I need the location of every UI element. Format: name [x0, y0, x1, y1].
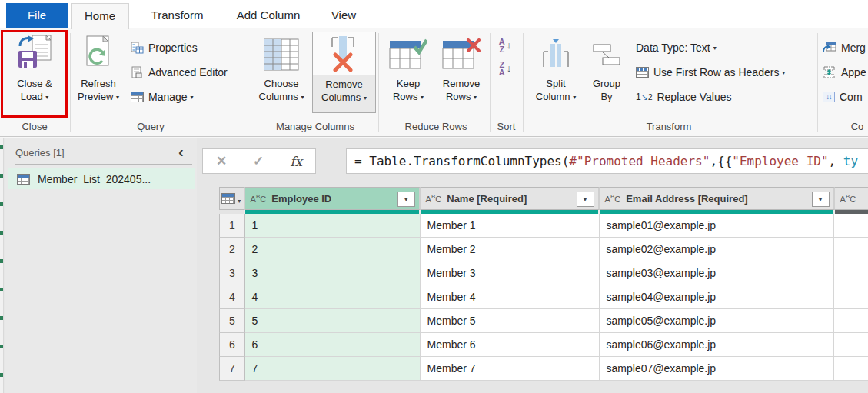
- manage-button[interactable]: Manage ▾: [131, 87, 194, 107]
- row-number-cell[interactable]: 7: [219, 357, 245, 381]
- refresh-preview-button[interactable]: Refresh Preview ▾: [74, 32, 123, 104]
- first-row-headers-icon: [636, 67, 649, 78]
- email-cell[interactable]: sample05@example.jp: [600, 309, 835, 333]
- select-all-cell[interactable]: ▼: [219, 187, 245, 210]
- tab-transform[interactable]: Transform: [137, 3, 218, 28]
- extra-cell[interactable]: [834, 261, 868, 285]
- employee-id-cell[interactable]: 3: [245, 261, 421, 285]
- filter-dropdown-button[interactable]: ▼: [812, 192, 830, 207]
- name-cell[interactable]: Member 2: [421, 238, 600, 261]
- row-number-cell[interactable]: 3: [219, 261, 245, 285]
- keep-rows-button[interactable]: Keep Rows ▾: [384, 32, 432, 104]
- email-cell[interactable]: sample04@example.jp: [600, 285, 835, 309]
- extra-cell[interactable]: [834, 238, 868, 261]
- employee-id-cell[interactable]: 7: [245, 357, 421, 381]
- cancel-icon[interactable]: ✕: [216, 153, 227, 169]
- row-number-cell[interactable]: 5: [219, 309, 245, 333]
- sort-ascending-button[interactable]: AZ ↓: [489, 35, 521, 55]
- keep-rows-icon: [384, 32, 432, 77]
- sort-descending-button[interactable]: ZA ↓: [489, 58, 521, 78]
- column-header-name[interactable]: ABC Name [Required] ▼: [421, 187, 600, 210]
- chevron-down-icon: ▾: [474, 94, 477, 101]
- email-cell[interactable]: sample02@example.jp: [600, 238, 835, 261]
- table-row: 55Member 5sample05@example.jp: [219, 309, 868, 333]
- column-header-email[interactable]: ABC Email Address [Required] ▼: [600, 187, 835, 210]
- extra-cell[interactable]: [834, 309, 868, 333]
- text-type-icon: ABC: [426, 193, 442, 204]
- formula-input[interactable]: = Table.TransformColumnTypes(#"Promoted …: [346, 148, 868, 174]
- split-column-button[interactable]: Split Column ▾: [529, 32, 583, 104]
- column-header-employee-id[interactable]: ABC Employee ID ▼: [245, 187, 421, 210]
- tab-add-column[interactable]: Add Column: [225, 3, 311, 28]
- extra-cell[interactable]: [834, 214, 868, 238]
- email-cell[interactable]: sample01@example.jp: [600, 214, 835, 238]
- append-queries-icon: [823, 66, 836, 78]
- group-by-icon: [584, 32, 629, 77]
- table-row: 22Member 2sample02@example.jp: [219, 238, 868, 261]
- name-cell[interactable]: Member 4: [421, 285, 600, 309]
- sort-ascending-icon: ↓: [507, 39, 512, 51]
- row-number-cell[interactable]: 6: [219, 333, 245, 357]
- transform-group-label: Transform: [615, 121, 723, 135]
- employee-id-cell[interactable]: 4: [245, 285, 421, 309]
- extra-cell[interactable]: [834, 333, 868, 357]
- employee-id-cell[interactable]: 6: [245, 333, 421, 357]
- data-type-button[interactable]: Data Type: Text ▾: [636, 38, 717, 58]
- chevron-down-icon: ▾: [301, 94, 304, 101]
- query-table-icon: [17, 174, 30, 185]
- filter-dropdown-button[interactable]: ▼: [577, 192, 594, 207]
- name-cell[interactable]: Member 5: [421, 309, 600, 333]
- employee-id-cell[interactable]: 5: [245, 309, 421, 333]
- power-query-editor-window: File Home Transform Add Column View: [0, 0, 868, 393]
- column-header-partial[interactable]: ABC: [835, 187, 868, 210]
- extra-cell[interactable]: [834, 357, 868, 381]
- commit-icon[interactable]: ✓: [253, 153, 264, 169]
- email-cell[interactable]: sample03@example.jp: [600, 261, 835, 285]
- table-row: 77Member 7sample07@example.jp: [219, 357, 868, 381]
- tab-view[interactable]: View: [319, 3, 368, 28]
- table-row: 44Member 4sample04@example.jp: [219, 285, 868, 309]
- chevron-down-icon: ▾: [421, 94, 424, 101]
- row-number-cell[interactable]: 1: [219, 214, 245, 238]
- group-by-button[interactable]: Group By: [584, 32, 629, 103]
- table-row: 66Member 6sample06@example.jp: [219, 333, 868, 357]
- refresh-icon: [74, 32, 123, 77]
- tab-file[interactable]: File: [6, 3, 68, 28]
- advanced-editor-button[interactable]: Advanced Editor: [131, 62, 228, 82]
- remove-columns-button[interactable]: Remove Columns ▾: [312, 32, 376, 113]
- row-number-cell[interactable]: 4: [219, 285, 245, 309]
- name-cell[interactable]: Member 7: [421, 357, 600, 381]
- append-queries-button[interactable]: Appe: [823, 62, 866, 82]
- combine-files-button[interactable]: ↓↓ Com: [823, 87, 863, 107]
- select-all-table-icon: [221, 193, 235, 204]
- merge-queries-button[interactable]: Merg: [823, 38, 866, 58]
- remove-rows-button[interactable]: Remove Rows ▾: [435, 32, 487, 104]
- data-preview-grid: ▼ ABC Employee ID ▼ ABC Name [Required] …: [219, 187, 868, 381]
- left-edge-strip: [0, 138, 4, 393]
- name-cell[interactable]: Member 6: [421, 333, 600, 357]
- dropdown-icon: ▼: [818, 197, 823, 202]
- filter-dropdown-button[interactable]: ▼: [397, 192, 415, 207]
- extra-cell[interactable]: [834, 285, 868, 309]
- combine-files-icon: ↓↓: [823, 92, 835, 102]
- properties-button[interactable]: Properties: [131, 38, 198, 58]
- tab-home[interactable]: Home: [71, 3, 129, 29]
- replace-values-button[interactable]: 1↘2 Replace Values: [636, 87, 732, 107]
- group-divider: [523, 33, 524, 132]
- name-cell[interactable]: Member 3: [421, 261, 600, 285]
- email-cell[interactable]: sample06@example.jp: [600, 333, 835, 357]
- use-first-row-as-headers-button[interactable]: Use First Row as Headers ▾: [636, 62, 785, 82]
- choose-columns-button[interactable]: Choose Columns ▾: [254, 32, 309, 104]
- close-group-label: Close: [6, 121, 63, 135]
- row-number-cell[interactable]: 2: [219, 238, 245, 261]
- name-cell[interactable]: Member 1: [421, 214, 600, 238]
- header-row: ▼ ABC Employee ID ▼ ABC Name [Required] …: [219, 187, 868, 210]
- collapse-pane-icon[interactable]: ‹: [178, 144, 184, 159]
- employee-id-cell[interactable]: 2: [245, 238, 421, 261]
- query-list-item[interactable]: Member_List_202405...: [8, 168, 195, 189]
- fx-icon[interactable]: fx: [290, 154, 302, 169]
- email-cell[interactable]: sample07@example.jp: [600, 357, 835, 381]
- employee-id-cell[interactable]: 1: [245, 214, 421, 238]
- remove-columns-icon: [313, 32, 375, 75]
- properties-icon: [131, 42, 144, 54]
